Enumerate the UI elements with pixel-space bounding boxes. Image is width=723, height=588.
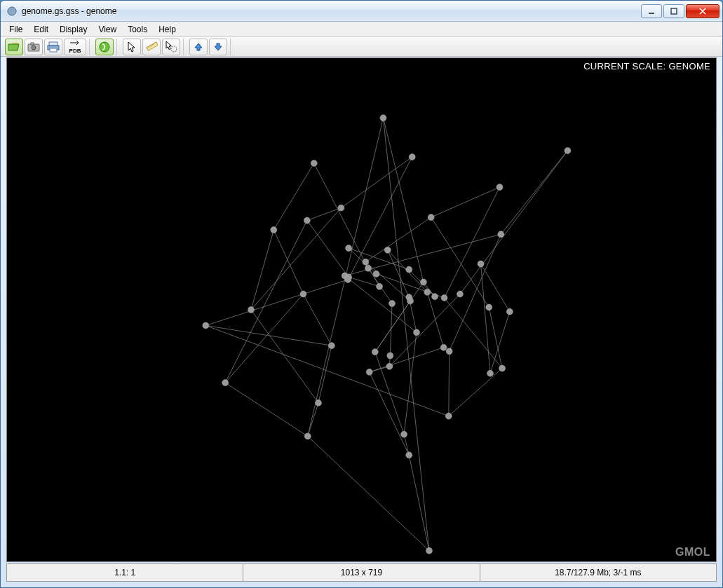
menu-help[interactable]: Help [153,23,182,36]
pdb-button[interactable]: PDB [64,39,86,55]
svg-point-110 [248,307,255,313]
svg-line-76 [308,403,318,437]
svg-line-20 [431,187,500,217]
svg-point-115 [328,343,335,349]
open-button[interactable] [5,39,23,55]
up-button[interactable] [189,39,208,55]
svg-line-22 [341,157,412,208]
svg-line-19 [460,151,567,294]
menu-tools[interactable]: Tools [122,23,153,36]
svg-point-101 [377,283,383,289]
pdb-label: PDB [69,48,81,54]
svg-line-38 [388,250,410,297]
toolbar-separator [183,39,187,55]
svg-line-66 [404,332,417,434]
svg-point-81 [565,147,571,153]
svg-line-60 [375,301,410,352]
svg-line-43 [481,264,490,373]
svg-rect-8 [50,48,57,52]
print-button[interactable] [44,39,62,55]
print-icon [47,41,60,53]
svg-point-91 [384,247,391,253]
svg-point-92 [363,259,369,265]
svg-line-32 [251,230,273,310]
pointer-button[interactable] [123,39,141,55]
svg-line-78 [409,455,429,550]
menu-view[interactable]: View [93,23,122,36]
menubar: File Edit Display View Tools Help [1,22,722,37]
svg-line-67 [318,346,332,403]
svg-line-65 [205,325,448,416]
svg-point-85 [428,214,434,221]
menu-edit[interactable]: Edit [28,23,54,36]
svg-point-90 [346,245,352,252]
arrow-right-icon [70,41,80,45]
svg-point-95 [406,266,412,273]
ruler-icon [145,41,158,53]
menu-display[interactable]: Display [54,23,93,36]
svg-point-104 [457,291,463,297]
svg-line-18 [501,151,567,234]
svg-point-122 [366,369,372,375]
status-left: 1.1: 1 [6,563,243,582]
svg-point-84 [338,205,344,211]
svg-point-112 [486,304,492,310]
svg-line-64 [205,325,332,346]
viewer-canvas[interactable]: CURRENT SCALE: GENOME GMOL [6,57,717,562]
svg-line-63 [489,307,502,368]
svg-line-50 [205,280,348,326]
svg-line-75 [225,383,308,436]
paint-button[interactable] [95,39,114,55]
svg-line-53 [427,292,443,348]
svg-point-119 [387,353,393,359]
svg-point-80 [380,115,386,121]
svg-point-114 [414,329,420,336]
svg-line-74 [370,372,410,455]
svg-rect-2 [671,8,677,14]
svg-rect-10 [147,42,158,50]
svg-rect-6 [49,42,58,46]
svg-line-15 [383,118,423,282]
toolbar: PDB [1,37,722,57]
window-title: genome.gs.gss - genome [22,6,641,16]
svg-point-89 [498,231,504,238]
svg-point-100 [420,279,426,285]
titlebar[interactable]: genome.gs.gss - genome [1,1,722,22]
svg-point-107 [441,294,447,301]
paint-icon [98,41,111,53]
svg-point-128 [304,433,311,439]
svg-point-120 [386,363,393,369]
status-right: 18.7/127.9 Mb; 3/-1 ms [480,563,717,582]
svg-point-94 [365,265,371,271]
status-center: 1013 x 719 [243,563,480,582]
toolbar-separator [116,39,120,55]
app-icon [6,6,18,17]
svg-point-125 [316,399,322,406]
svg-line-31 [307,221,349,278]
svg-point-111 [506,308,513,315]
svg-rect-5 [31,43,34,45]
svg-point-82 [496,184,503,191]
camera-button[interactable] [25,39,43,55]
close-button[interactable] [686,4,719,18]
maximize-button[interactable] [663,4,684,18]
svg-point-126 [445,413,452,419]
svg-point-14 [171,46,177,52]
svg-point-123 [487,370,494,376]
lasso-button[interactable] [162,39,180,55]
svg-point-129 [406,452,412,458]
svg-point-103 [300,291,306,297]
minimize-button[interactable] [641,4,662,18]
menu-file[interactable]: File [4,23,28,36]
svg-point-83 [409,153,415,160]
ruler-button[interactable] [142,39,161,55]
lasso-pointer-icon [165,41,177,53]
arrow-down-icon [213,42,223,52]
svg-line-25 [307,208,341,221]
brand-label: GMOL [675,546,710,559]
svg-line-69 [449,351,450,416]
svg-point-96 [373,271,379,277]
svg-line-58 [445,298,503,369]
down-button[interactable] [209,39,227,55]
toolbar-separator [230,39,234,55]
